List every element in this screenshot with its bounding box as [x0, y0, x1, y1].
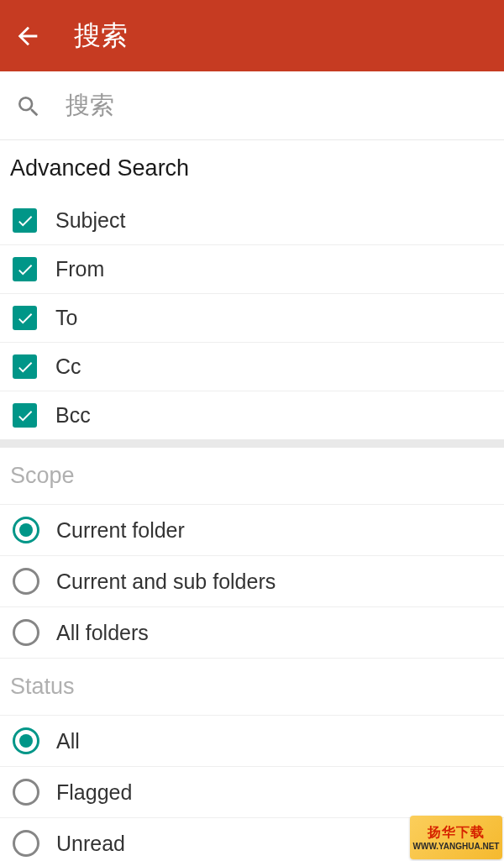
checkbox-row-bcc[interactable]: Bcc: [0, 391, 504, 439]
radio-row-flagged[interactable]: Flagged: [0, 767, 504, 818]
checkbox-to[interactable]: [13, 306, 37, 330]
radio-label: All folders: [56, 621, 149, 645]
watermark: 扬华下载 WWW.YANGHUA.NET: [410, 816, 502, 859]
radio-all[interactable]: [13, 727, 39, 754]
checkmark-icon: [16, 212, 34, 230]
checkbox-from[interactable]: [13, 257, 37, 281]
checkbox-label: From: [55, 257, 104, 281]
radio-label: Flagged: [56, 780, 132, 805]
radio-all-folders[interactable]: [13, 619, 39, 646]
checkbox-label: To: [55, 306, 77, 330]
radio-flagged[interactable]: [13, 779, 39, 806]
radio-current-folder[interactable]: [13, 517, 39, 543]
search-bar: [0, 71, 504, 140]
back-arrow-icon: [13, 22, 42, 50]
search-input[interactable]: [66, 92, 489, 119]
checkbox-label: Bcc: [55, 403, 91, 428]
radio-label: Current and sub folders: [56, 570, 276, 594]
header: 搜索: [0, 0, 504, 71]
checkbox-subject[interactable]: [13, 208, 37, 233]
radio-current-sub-folders[interactable]: [13, 568, 39, 595]
watermark-text: 扬华下载: [428, 824, 485, 842]
checkbox-row-from[interactable]: From: [0, 245, 504, 294]
radio-row-current-folder[interactable]: Current folder: [0, 505, 504, 556]
status-header: Status: [0, 659, 504, 715]
checkbox-label: Cc: [55, 354, 81, 379]
checkbox-row-cc[interactable]: Cc: [0, 343, 504, 391]
checkmark-icon: [16, 407, 34, 425]
radio-label: Current folder: [56, 518, 185, 543]
radio-label: All: [56, 729, 80, 753]
page-title: 搜索: [74, 18, 128, 55]
back-button[interactable]: [13, 22, 42, 50]
radio-row-all-folders[interactable]: All folders: [0, 607, 504, 659]
checkmark-icon: [16, 309, 34, 328]
checkmark-icon: [16, 260, 34, 279]
radio-row-all[interactable]: All: [0, 716, 504, 767]
watermark-url: WWW.YANGHUA.NET: [413, 842, 500, 851]
advanced-search-header: Advanced Search: [0, 140, 504, 197]
scope-header: Scope: [0, 448, 504, 504]
checkbox-row-subject[interactable]: Subject: [0, 197, 504, 245]
search-icon: [15, 93, 42, 120]
divider: [0, 439, 504, 448]
checkbox-cc[interactable]: [13, 354, 37, 379]
checkbox-bcc[interactable]: [13, 403, 37, 428]
checkmark-icon: [16, 358, 34, 376]
radio-row-current-sub-folders[interactable]: Current and sub folders: [0, 556, 504, 607]
checkbox-row-to[interactable]: To: [0, 294, 504, 343]
checkbox-label: Subject: [55, 208, 125, 233]
radio-unread[interactable]: [13, 830, 39, 857]
radio-label: Unread: [56, 832, 125, 856]
